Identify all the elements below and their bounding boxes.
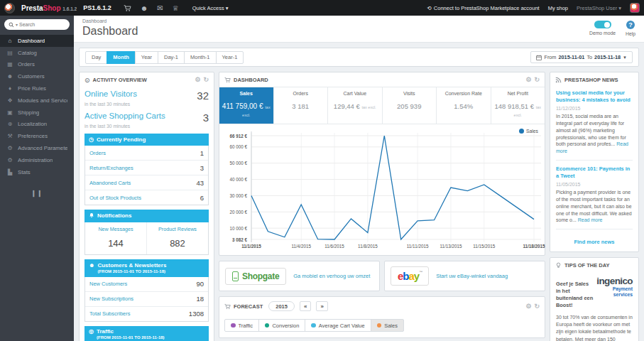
- news-article-title[interactable]: Ecommerce 101: Payments in a Tweet: [556, 166, 633, 179]
- online-visitors-link[interactable]: Online Visitors: [84, 90, 137, 98]
- user-avatar[interactable]: [630, 3, 640, 13]
- sidebar-item-administration[interactable]: ⚙Administration: [0, 154, 74, 166]
- filter-day-1-button[interactable]: Day-1: [158, 51, 185, 64]
- cart-icon[interactable]: [124, 4, 131, 12]
- sidebar-item-catalog[interactable]: ▤Catalog: [0, 47, 74, 59]
- version-label: 1.6.1.2: [62, 6, 77, 11]
- ebay-link[interactable]: Start uw eBay-winkel vandaag: [436, 273, 508, 279]
- forecast-prev-button[interactable]: «: [300, 301, 311, 311]
- y-axis-tick: 30 000 €: [223, 193, 247, 198]
- y-axis-tick: 40 000 €: [223, 177, 247, 182]
- panel-refresh-icon[interactable]: ↻: [534, 303, 540, 310]
- filter-year-button[interactable]: Year: [135, 51, 158, 64]
- my-shop-link[interactable]: My shop: [548, 5, 568, 11]
- sidebar-item-shipping[interactable]: ▣Shipping: [0, 107, 74, 119]
- news-article-title[interactable]: Using social media for your business: 4 …: [556, 90, 633, 103]
- new-customers-link[interactable]: New Customers: [89, 281, 127, 287]
- new-messages-cell: New Messages 144: [85, 222, 146, 254]
- x-axis-tick: 11/8/2015: [349, 244, 387, 249]
- shopgate-logo: Shopgate: [225, 268, 286, 285]
- topbar-icons: ☻ ✉ ♕: [124, 4, 179, 12]
- sidebar-item-advanced-parameters[interactable]: ⚙Advanced Parameters: [0, 142, 74, 154]
- tab-average-cart-value[interactable]: Average Cart Value: [305, 319, 371, 332]
- avg-cart-dot-icon: [311, 323, 316, 328]
- demo-mode-toggle[interactable]: [594, 21, 611, 28]
- kpi-cart-value[interactable]: Cart Value 129,44 € tax excl.: [328, 87, 383, 124]
- user-menu[interactable]: PrestaShop User ▾: [577, 5, 621, 11]
- tab-sales[interactable]: Sales: [371, 319, 404, 332]
- new-subscriptions-link[interactable]: New Subscriptions: [89, 296, 133, 302]
- sidebar-item-stats[interactable]: ▙Stats: [0, 166, 74, 178]
- sidebar-item-modules[interactable]: ❖Modules and Services: [0, 94, 74, 107]
- forecast-year[interactable]: 2015: [268, 301, 295, 311]
- read-more-link[interactable]: Read more: [578, 217, 603, 222]
- shop-version-label: PS1.6.1.2: [83, 4, 111, 11]
- sidebar-item-localization[interactable]: ⊕Localization: [0, 119, 74, 131]
- shopgate-link[interactable]: Ga mobiel en verhoog uw omzet: [293, 273, 370, 279]
- mail-icon[interactable]: ✉: [157, 4, 163, 12]
- sidebar-item-orders[interactable]: ▦Orders: [0, 59, 74, 71]
- trophy-icon[interactable]: ♕: [173, 4, 179, 12]
- sidebar-search[interactable]: ▾: [4, 19, 70, 30]
- y-axis-tick: 66 912 €: [223, 134, 247, 139]
- pending-orders-link[interactable]: Orders: [89, 150, 106, 156]
- abandoned-carts-link[interactable]: Abandoned Carts: [89, 180, 131, 186]
- help-icon[interactable]: ?: [626, 21, 635, 29]
- forecast-panel: FORECAST 2015 « » ⚙ ↻ Traffic Conversion: [219, 296, 545, 338]
- prestashop-logo-icon[interactable]: [4, 3, 15, 13]
- marketplace-link[interactable]: ⟲Connect to PrestaShop Marketplace accou…: [427, 5, 540, 11]
- customers-subtitle: (FROM 2015-11-01 TO 2015-11-18): [97, 269, 166, 275]
- total-subscribers-link[interactable]: Total Subscribers: [89, 310, 131, 317]
- top-bar: PrestaShop 1.6.1.2 PS1.6.1.2 ☻ ✉ ♕ Quick…: [0, 0, 644, 16]
- filter-day-button[interactable]: Day: [85, 51, 107, 64]
- new-messages-link[interactable]: New Messages: [87, 226, 145, 232]
- sidebar-item-dashboard[interactable]: ⌂Dashboard: [0, 35, 74, 47]
- search-input[interactable]: [19, 22, 65, 27]
- prestashop-admin: PrestaShop 1.6.1.2 PS1.6.1.2 ☻ ✉ ♕ Quick…: [0, 0, 644, 341]
- kpi-visits[interactable]: Visits 205 939: [383, 87, 437, 124]
- sidebar-item-preferences[interactable]: ⚒Preferences: [0, 130, 74, 142]
- chart-canvas: [223, 129, 541, 242]
- product-reviews-link[interactable]: Product Reviews: [148, 226, 207, 232]
- user-icon[interactable]: ☻: [141, 4, 148, 12]
- tab-conversion[interactable]: Conversion: [258, 319, 305, 332]
- phone-icon: [232, 271, 239, 281]
- pending-row: Orders1: [85, 146, 208, 161]
- filter-month-button[interactable]: Month: [107, 51, 136, 64]
- brand: PrestaShop 1.6.1.2: [21, 4, 77, 12]
- active-carts-link[interactable]: Active Shopping Carts: [84, 112, 165, 120]
- kpi-net-profit[interactable]: Net Profit 148 918,51 € tax excl.: [491, 87, 545, 124]
- sidebar-item-customers[interactable]: ☻Customers: [0, 70, 74, 82]
- traffic-section: ◎Traffic(FROM 2015-11-01 TO 2015-11-18) …: [84, 326, 209, 341]
- panel-settings-icon[interactable]: ⚙: [195, 77, 200, 83]
- panel-refresh-icon[interactable]: ↻: [203, 77, 209, 83]
- filter-year-1-button[interactable]: Year-1: [216, 51, 244, 64]
- calendar-icon: [536, 55, 542, 60]
- search-icon: [9, 22, 14, 28]
- breadcrumb[interactable]: Dashboard: [82, 18, 138, 23]
- sidebar-item-price-rules[interactable]: ♦Price Rules: [0, 82, 74, 94]
- sidebar-collapse-toggle[interactable]: ❙❙: [0, 190, 74, 197]
- panel-settings-icon[interactable]: ⚙: [525, 303, 531, 310]
- filter-month-1-button[interactable]: Month-1: [184, 51, 217, 64]
- pending-returns-link[interactable]: Return/Exchanges: [89, 165, 133, 171]
- kpi-sales[interactable]: Sales 411 759,00 € tax excl.: [219, 87, 274, 124]
- news-article: Using social media for your business: 4 …: [556, 90, 633, 155]
- active-carts-caption: in the last 30 minutes: [84, 124, 209, 129]
- find-more-news-link[interactable]: Find more news: [556, 234, 633, 247]
- y-axis-tick: 50 000 €: [223, 161, 247, 166]
- search-scope-caret-icon[interactable]: ▾: [16, 22, 18, 27]
- tab-traffic[interactable]: Traffic: [224, 319, 259, 332]
- date-range-picker[interactable]: From2015-11-01 To2015-11-18 ▼: [530, 51, 633, 63]
- ebay-logo: ebay™: [391, 266, 429, 286]
- quick-access-menu[interactable]: Quick Access ▾: [192, 5, 229, 11]
- tip-body: 30 tot 70% van de consumenten in Europa …: [556, 309, 633, 341]
- out-of-stock-link[interactable]: Out of Stock Products: [89, 195, 141, 201]
- panel-settings-icon[interactable]: ⚙: [525, 77, 531, 83]
- kpi-conversion-rate[interactable]: Conversion Rate 1.54%: [437, 87, 491, 124]
- panel-refresh-icon[interactable]: ↻: [534, 77, 540, 83]
- notifications-section: Notifications New Messages 144 Product R…: [84, 210, 209, 255]
- kpi-orders[interactable]: Orders 3 181: [274, 87, 329, 124]
- forecast-next-button[interactable]: »: [316, 301, 327, 311]
- sales-line-chart: Sales 66 912 €60 000 €50 000 €40 000 €30…: [223, 129, 541, 254]
